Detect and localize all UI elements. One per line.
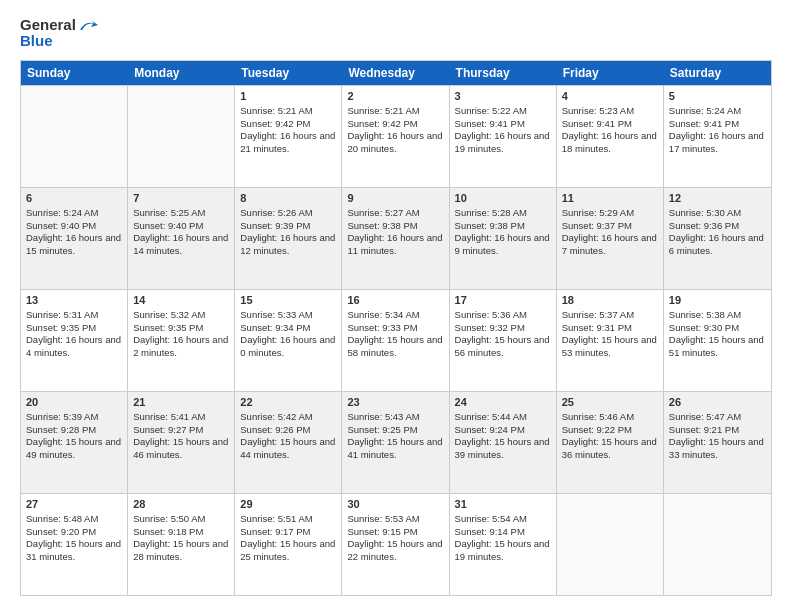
day-number: 14	[133, 293, 229, 308]
sun-info: Sunrise: 5:30 AMSunset: 9:36 PMDaylight:…	[669, 207, 766, 258]
day-number: 7	[133, 191, 229, 206]
day-cell-12: 12Sunrise: 5:30 AMSunset: 9:36 PMDayligh…	[664, 188, 771, 289]
sun-info: Sunrise: 5:31 AMSunset: 9:35 PMDaylight:…	[26, 309, 122, 360]
calendar-header: SundayMondayTuesdayWednesdayThursdayFrid…	[21, 61, 771, 85]
calendar-body: 1Sunrise: 5:21 AMSunset: 9:42 PMDaylight…	[21, 85, 771, 595]
day-cell-24: 24Sunrise: 5:44 AMSunset: 9:24 PMDayligh…	[450, 392, 557, 493]
empty-cell	[128, 86, 235, 187]
day-cell-23: 23Sunrise: 5:43 AMSunset: 9:25 PMDayligh…	[342, 392, 449, 493]
sun-info: Sunrise: 5:32 AMSunset: 9:35 PMDaylight:…	[133, 309, 229, 360]
day-cell-2: 2Sunrise: 5:21 AMSunset: 9:42 PMDaylight…	[342, 86, 449, 187]
sun-info: Sunrise: 5:42 AMSunset: 9:26 PMDaylight:…	[240, 411, 336, 462]
day-cell-27: 27Sunrise: 5:48 AMSunset: 9:20 PMDayligh…	[21, 494, 128, 595]
sun-info: Sunrise: 5:39 AMSunset: 9:28 PMDaylight:…	[26, 411, 122, 462]
day-cell-25: 25Sunrise: 5:46 AMSunset: 9:22 PMDayligh…	[557, 392, 664, 493]
day-number: 3	[455, 89, 551, 104]
day-cell-21: 21Sunrise: 5:41 AMSunset: 9:27 PMDayligh…	[128, 392, 235, 493]
calendar-row-4: 20Sunrise: 5:39 AMSunset: 9:28 PMDayligh…	[21, 391, 771, 493]
sun-info: Sunrise: 5:43 AMSunset: 9:25 PMDaylight:…	[347, 411, 443, 462]
day-cell-16: 16Sunrise: 5:34 AMSunset: 9:33 PMDayligh…	[342, 290, 449, 391]
logo: General Blue	[20, 16, 100, 50]
sun-info: Sunrise: 5:47 AMSunset: 9:21 PMDaylight:…	[669, 411, 766, 462]
day-number: 25	[562, 395, 658, 410]
day-number: 18	[562, 293, 658, 308]
sun-info: Sunrise: 5:53 AMSunset: 9:15 PMDaylight:…	[347, 513, 443, 564]
day-cell-30: 30Sunrise: 5:53 AMSunset: 9:15 PMDayligh…	[342, 494, 449, 595]
sun-info: Sunrise: 5:41 AMSunset: 9:27 PMDaylight:…	[133, 411, 229, 462]
day-number: 13	[26, 293, 122, 308]
header: General Blue	[20, 16, 772, 50]
day-number: 21	[133, 395, 229, 410]
day-cell-26: 26Sunrise: 5:47 AMSunset: 9:21 PMDayligh…	[664, 392, 771, 493]
calendar-row-3: 13Sunrise: 5:31 AMSunset: 9:35 PMDayligh…	[21, 289, 771, 391]
day-number: 19	[669, 293, 766, 308]
day-number: 24	[455, 395, 551, 410]
sun-info: Sunrise: 5:48 AMSunset: 9:20 PMDaylight:…	[26, 513, 122, 564]
sun-info: Sunrise: 5:37 AMSunset: 9:31 PMDaylight:…	[562, 309, 658, 360]
sun-info: Sunrise: 5:22 AMSunset: 9:41 PMDaylight:…	[455, 105, 551, 156]
header-day-tuesday: Tuesday	[235, 61, 342, 85]
empty-cell	[21, 86, 128, 187]
day-number: 26	[669, 395, 766, 410]
day-number: 5	[669, 89, 766, 104]
empty-cell	[664, 494, 771, 595]
day-number: 4	[562, 89, 658, 104]
sun-info: Sunrise: 5:34 AMSunset: 9:33 PMDaylight:…	[347, 309, 443, 360]
calendar-row-1: 1Sunrise: 5:21 AMSunset: 9:42 PMDaylight…	[21, 85, 771, 187]
day-number: 15	[240, 293, 336, 308]
day-cell-18: 18Sunrise: 5:37 AMSunset: 9:31 PMDayligh…	[557, 290, 664, 391]
day-cell-28: 28Sunrise: 5:50 AMSunset: 9:18 PMDayligh…	[128, 494, 235, 595]
sun-info: Sunrise: 5:28 AMSunset: 9:38 PMDaylight:…	[455, 207, 551, 258]
day-cell-31: 31Sunrise: 5:54 AMSunset: 9:14 PMDayligh…	[450, 494, 557, 595]
day-number: 6	[26, 191, 122, 206]
day-number: 20	[26, 395, 122, 410]
day-number: 22	[240, 395, 336, 410]
calendar-row-5: 27Sunrise: 5:48 AMSunset: 9:20 PMDayligh…	[21, 493, 771, 595]
header-day-sunday: Sunday	[21, 61, 128, 85]
day-cell-14: 14Sunrise: 5:32 AMSunset: 9:35 PMDayligh…	[128, 290, 235, 391]
day-cell-13: 13Sunrise: 5:31 AMSunset: 9:35 PMDayligh…	[21, 290, 128, 391]
sun-info: Sunrise: 5:36 AMSunset: 9:32 PMDaylight:…	[455, 309, 551, 360]
sun-info: Sunrise: 5:44 AMSunset: 9:24 PMDaylight:…	[455, 411, 551, 462]
day-cell-8: 8Sunrise: 5:26 AMSunset: 9:39 PMDaylight…	[235, 188, 342, 289]
day-cell-7: 7Sunrise: 5:25 AMSunset: 9:40 PMDaylight…	[128, 188, 235, 289]
sun-info: Sunrise: 5:51 AMSunset: 9:17 PMDaylight:…	[240, 513, 336, 564]
sun-info: Sunrise: 5:29 AMSunset: 9:37 PMDaylight:…	[562, 207, 658, 258]
sun-info: Sunrise: 5:26 AMSunset: 9:39 PMDaylight:…	[240, 207, 336, 258]
sun-info: Sunrise: 5:24 AMSunset: 9:41 PMDaylight:…	[669, 105, 766, 156]
empty-cell	[557, 494, 664, 595]
header-day-friday: Friday	[557, 61, 664, 85]
day-cell-4: 4Sunrise: 5:23 AMSunset: 9:41 PMDaylight…	[557, 86, 664, 187]
day-cell-5: 5Sunrise: 5:24 AMSunset: 9:41 PMDaylight…	[664, 86, 771, 187]
day-number: 8	[240, 191, 336, 206]
sun-info: Sunrise: 5:50 AMSunset: 9:18 PMDaylight:…	[133, 513, 229, 564]
day-cell-1: 1Sunrise: 5:21 AMSunset: 9:42 PMDaylight…	[235, 86, 342, 187]
day-number: 12	[669, 191, 766, 206]
header-day-monday: Monday	[128, 61, 235, 85]
header-day-wednesday: Wednesday	[342, 61, 449, 85]
day-number: 27	[26, 497, 122, 512]
day-cell-10: 10Sunrise: 5:28 AMSunset: 9:38 PMDayligh…	[450, 188, 557, 289]
page: General Blue SundayMondayTuesdayWednesda…	[0, 0, 792, 612]
day-number: 30	[347, 497, 443, 512]
day-cell-19: 19Sunrise: 5:38 AMSunset: 9:30 PMDayligh…	[664, 290, 771, 391]
day-number: 1	[240, 89, 336, 104]
day-number: 31	[455, 497, 551, 512]
sun-info: Sunrise: 5:27 AMSunset: 9:38 PMDaylight:…	[347, 207, 443, 258]
header-day-saturday: Saturday	[664, 61, 771, 85]
calendar-row-2: 6Sunrise: 5:24 AMSunset: 9:40 PMDaylight…	[21, 187, 771, 289]
sun-info: Sunrise: 5:23 AMSunset: 9:41 PMDaylight:…	[562, 105, 658, 156]
logo-blue-text: Blue	[20, 32, 100, 50]
day-cell-3: 3Sunrise: 5:22 AMSunset: 9:41 PMDaylight…	[450, 86, 557, 187]
day-number: 17	[455, 293, 551, 308]
sun-info: Sunrise: 5:25 AMSunset: 9:40 PMDaylight:…	[133, 207, 229, 258]
sun-info: Sunrise: 5:24 AMSunset: 9:40 PMDaylight:…	[26, 207, 122, 258]
day-number: 16	[347, 293, 443, 308]
sun-info: Sunrise: 5:46 AMSunset: 9:22 PMDaylight:…	[562, 411, 658, 462]
day-cell-9: 9Sunrise: 5:27 AMSunset: 9:38 PMDaylight…	[342, 188, 449, 289]
day-number: 2	[347, 89, 443, 104]
day-number: 28	[133, 497, 229, 512]
day-number: 29	[240, 497, 336, 512]
day-cell-11: 11Sunrise: 5:29 AMSunset: 9:37 PMDayligh…	[557, 188, 664, 289]
day-number: 9	[347, 191, 443, 206]
